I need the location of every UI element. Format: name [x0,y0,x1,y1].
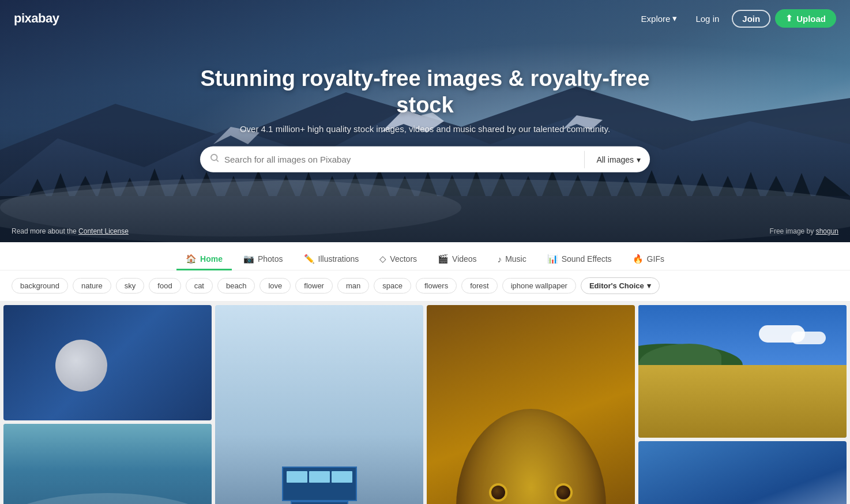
navigation: pixabay Explore ▾ Log in Join ⬆ Upload [0,0,850,37]
tab-photos[interactable]: 📷Photos [234,249,292,270]
tab-illustrations[interactable]: ✏️Illustrations [295,249,368,270]
tab-videos[interactable]: 🎬Videos [428,249,486,270]
tab-gifs[interactable]: 🔥GIFs [623,249,674,270]
tab-home[interactable]: 🏠Home [176,249,232,270]
hero-section: pixabay Explore ▾ Log in Join ⬆ Upload S… [0,0,850,242]
search-divider [584,151,585,168]
tag-iphone-wallpaper[interactable]: iphone wallpaper [502,278,576,294]
tab-vectors[interactable]: ◇Vectors [370,249,426,270]
search-category-button[interactable]: All images ▾ [587,146,650,172]
content-license-link[interactable]: Content License [78,227,129,235]
logo[interactable]: pixabay [14,11,59,26]
image-column-1 [3,305,212,504]
tab-sound-effects[interactable]: 📊Sound Effects [538,249,621,270]
hero-credit: Free image by shogun [770,227,838,235]
tag-flower[interactable]: flower [295,278,333,294]
tag-sky[interactable]: sky [116,278,145,294]
illustrations-icon: ✏️ [304,254,315,264]
image-card-tower[interactable] [215,305,423,504]
sound-effects-icon: 📊 [547,254,558,264]
category-tabs: 🏠Home📷Photos✏️Illustrations◇Vectors🎬Vide… [0,242,850,270]
hero-content: Stunning royalty-free images & royalty-f… [200,66,650,172]
tag-food[interactable]: food [149,278,180,294]
tag-nature[interactable]: nature [73,278,111,294]
tag-forest[interactable]: forest [461,278,498,294]
explore-button[interactable]: Explore ▾ [635,10,683,27]
search-input[interactable] [224,146,582,172]
image-grid [0,302,850,504]
hero-subtitle: Over 4.1 million+ high quality stock ima… [200,124,650,134]
tab-music[interactable]: ♪Music [488,250,536,270]
chevron-down-icon: ▾ [647,281,651,290]
photos-icon: 📷 [243,254,254,264]
chevron-down-icon: ▾ [672,13,677,24]
photographer-link[interactable]: shogun [816,227,838,235]
upload-button[interactable]: ⬆ Upload [775,9,836,28]
hero-license-note: Read more about the Content License [12,227,129,235]
explore-label: Explore [641,14,671,24]
videos-icon: 🎬 [438,254,449,264]
tag-cat[interactable]: cat [186,278,213,294]
join-button[interactable]: Join [732,10,770,28]
upload-icon: ⬆ [785,13,793,24]
tag-background[interactable]: background [12,278,68,294]
vectors-icon: ◇ [379,254,386,264]
nav-links: Explore ▾ Log in Join ⬆ Upload [635,9,836,28]
music-icon: ♪ [498,254,502,264]
tag-man[interactable]: man [337,278,369,294]
image-card-field[interactable] [638,305,847,438]
search-icon [209,153,220,166]
hero-title: Stunning royalty-free images & royalty-f… [200,66,650,118]
svg-line-42 [216,160,218,161]
image-card-sky2[interactable] [638,441,847,504]
svg-point-41 [211,155,217,161]
image-card-wave[interactable] [3,424,212,504]
image-column-2 [215,305,423,504]
image-card-moon[interactable] [3,305,212,420]
hero-footer: Read more about the Content License Free… [12,227,838,235]
tag-love[interactable]: love [259,278,291,294]
gifs-icon: 🔥 [633,254,644,264]
logo-text: pixabay [14,11,59,26]
search-bar: All images ▾ [200,146,650,172]
image-column-4 [638,305,847,504]
image-card-monkey[interactable] [427,305,635,504]
tag-space[interactable]: space [374,278,411,294]
login-button[interactable]: Log in [687,10,727,27]
tag-beach[interactable]: beach [217,278,255,294]
tag-flowers[interactable]: flowers [416,278,457,294]
image-column-3 [427,305,635,504]
home-icon: 🏠 [186,254,197,264]
chevron-down-icon: ▾ [637,155,641,164]
editors-choice-button[interactable]: Editor's Choice ▾ [581,277,660,294]
tags-row: backgroundnatureskyfoodcatbeachloveflowe… [0,270,850,302]
